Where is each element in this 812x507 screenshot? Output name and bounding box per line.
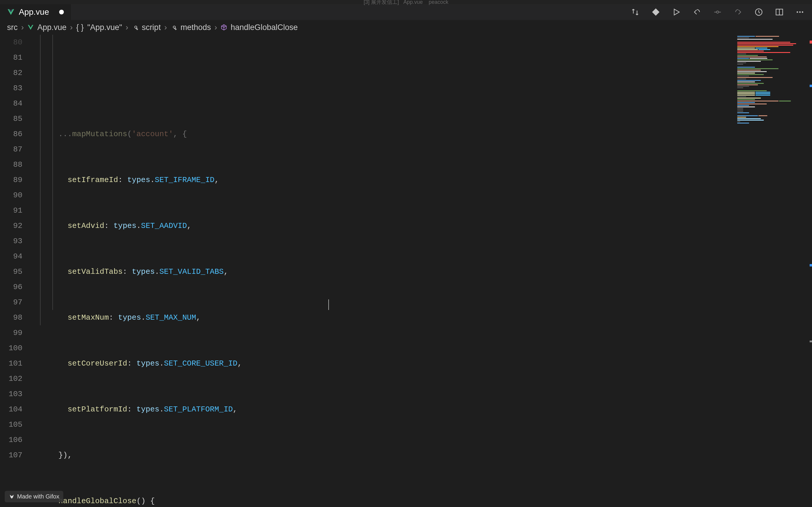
folding-gutter[interactable] xyxy=(30,35,40,507)
chevron-right-icon: › xyxy=(126,23,128,32)
run-icon[interactable] xyxy=(671,7,682,17)
breadcrumb-item[interactable]: methods xyxy=(180,23,211,32)
split-editor-icon[interactable] xyxy=(774,7,784,17)
overview-ruler-mark[interactable] xyxy=(810,85,812,87)
gifox-watermark: Made with Gifox xyxy=(5,491,63,502)
overview-ruler-mark[interactable] xyxy=(810,264,812,267)
minimap[interactable] xyxy=(736,35,812,507)
svg-point-0 xyxy=(716,11,719,13)
more-actions-icon[interactable] xyxy=(795,7,805,17)
cube-icon xyxy=(221,24,227,31)
breadcrumb-item[interactable]: App.vue xyxy=(37,23,66,32)
breadcrumb-item[interactable]: src xyxy=(7,23,18,32)
line-number-gutter[interactable]: 80 81828384 85868788 89909192 93949596 9… xyxy=(0,35,30,507)
chevron-right-icon: › xyxy=(164,23,167,32)
step-back-icon[interactable] xyxy=(692,7,702,17)
editor-tabs: App.vue xyxy=(0,4,812,20)
window-titlebar: [3] 展开发信工] App.vue peacock xyxy=(0,0,812,4)
text-cursor xyxy=(328,299,329,310)
tab-app-vue[interactable]: App.vue xyxy=(0,4,71,20)
svg-point-3 xyxy=(797,11,798,13)
breadcrumb-item[interactable]: "App.vue" xyxy=(88,23,122,32)
vue-file-icon xyxy=(28,24,34,31)
svg-point-5 xyxy=(802,11,803,13)
overview-ruler-mark[interactable] xyxy=(810,341,812,342)
code-content[interactable]: ...mapMutations('account', { setIframeId… xyxy=(40,35,736,507)
compare-changes-icon[interactable] xyxy=(630,7,640,17)
wrench-icon xyxy=(170,24,177,31)
braces-icon: { } xyxy=(76,23,84,32)
dirty-indicator-icon xyxy=(59,10,64,14)
breadcrumb-item[interactable]: script xyxy=(142,23,161,32)
vue-file-icon xyxy=(7,8,15,16)
chevron-right-icon: › xyxy=(21,23,24,32)
git-commit-icon[interactable] xyxy=(713,7,722,17)
editor-area: 80 81828384 85868788 89909192 93949596 9… xyxy=(0,35,812,507)
diamond-icon[interactable] xyxy=(651,7,661,17)
wrench-icon xyxy=(132,24,138,31)
svg-point-4 xyxy=(799,11,801,13)
chevron-right-icon: › xyxy=(70,23,73,32)
breadcrumb-item[interactable]: handleGlobalClose xyxy=(231,23,298,32)
chevron-right-icon: › xyxy=(214,23,217,32)
breadcrumb[interactable]: src › App.vue › { } "App.vue" › script ›… xyxy=(0,20,812,35)
revert-icon[interactable] xyxy=(733,7,743,17)
overview-ruler-error[interactable] xyxy=(810,41,812,44)
timeline-icon[interactable] xyxy=(754,7,764,17)
editor-actions xyxy=(630,4,812,20)
tab-filename: App.vue xyxy=(19,7,49,17)
